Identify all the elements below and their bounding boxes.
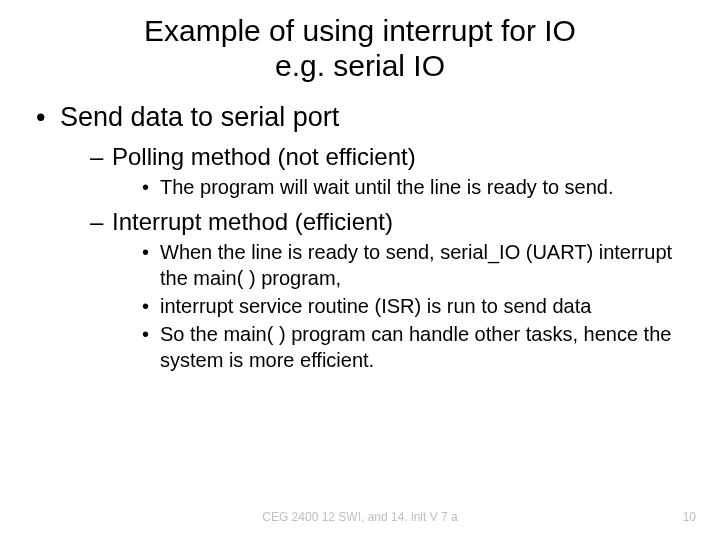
bullet-l2a-text: Polling method (not efficient) xyxy=(112,143,416,170)
bullet-l1-text: Send data to serial port xyxy=(60,102,339,132)
bullet-l3b2: interrupt service routine (ISR) is run t… xyxy=(142,293,684,319)
bullet-list: Send data to serial port Polling method … xyxy=(36,101,684,373)
bullet-l3b2-text: interrupt service routine (ISR) is run t… xyxy=(160,295,591,317)
bullet-l2b: Interrupt method (efficient) When the li… xyxy=(90,206,684,373)
bullet-list-l2: Polling method (not efficient) The progr… xyxy=(60,141,684,373)
bullet-l1: Send data to serial port Polling method … xyxy=(36,101,684,373)
bullet-l3b1-text: When the line is ready to send, serial_I… xyxy=(160,241,672,289)
bullet-l3b3: So the main( ) program can handle other … xyxy=(142,321,684,373)
bullet-l2a: Polling method (not efficient) The progr… xyxy=(90,141,684,200)
footer-center: CEG 2400 12 SWI, and 14. init V 7 a xyxy=(0,510,720,524)
bullet-l3a1: The program will wait until the line is … xyxy=(142,174,684,200)
bullet-l3a1-text: The program will wait until the line is … xyxy=(160,176,614,198)
bullet-l2b-text: Interrupt method (efficient) xyxy=(112,208,393,235)
bullet-l3b3-text: So the main( ) program can handle other … xyxy=(160,323,671,371)
slide: Example of using interrupt for IO e.g. s… xyxy=(0,0,720,540)
bullet-l3b1: When the line is ready to send, serial_I… xyxy=(142,239,684,291)
title-line-1: Example of using interrupt for IO xyxy=(144,14,576,47)
title-line-2: e.g. serial IO xyxy=(275,49,445,82)
bullet-list-l3b: When the line is ready to send, serial_I… xyxy=(112,239,684,373)
page-number: 10 xyxy=(683,510,696,524)
slide-content: Send data to serial port Polling method … xyxy=(0,83,720,373)
bullet-list-l3a: The program will wait until the line is … xyxy=(112,174,684,200)
slide-title: Example of using interrupt for IO e.g. s… xyxy=(0,0,720,83)
